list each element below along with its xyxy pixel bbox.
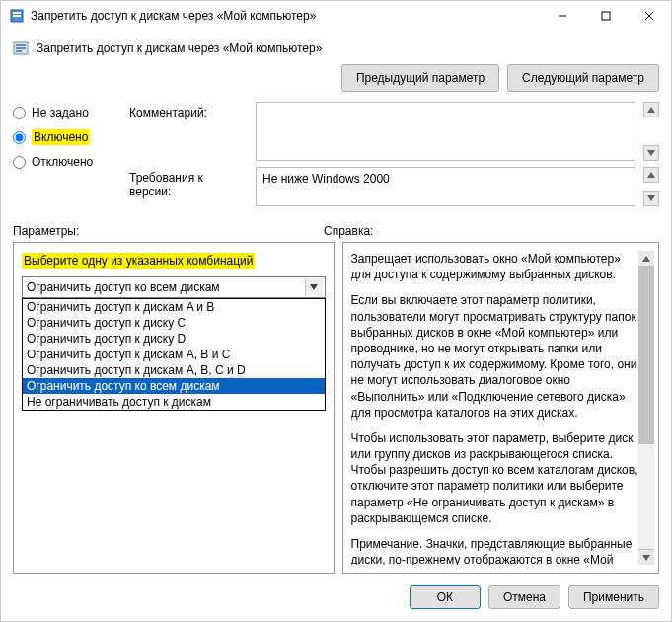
svg-rect-2 (13, 15, 21, 17)
comment-textarea[interactable] (256, 102, 635, 161)
titlebar: Запретить доступ к дискам через «Мой ком… (1, 1, 671, 31)
config-grid: Не задано Включено Отключено Комментарий… (1, 102, 671, 212)
close-button[interactable] (628, 1, 671, 31)
supported-label: Требования к версии: (129, 167, 248, 198)
svg-marker-11 (647, 107, 655, 113)
dialog-footer: ОК Отмена Применить (1, 574, 671, 621)
svg-rect-8 (16, 44, 26, 46)
help-paragraph: Чтобы использовать этот параметр, выбери… (351, 430, 639, 526)
radio-disabled[interactable]: Отключено (13, 155, 121, 169)
svg-marker-12 (647, 150, 655, 156)
dropdown-item[interactable]: Ограничить доступ к дискам A и B (23, 299, 325, 315)
help-scrollbar[interactable] (638, 251, 654, 565)
radio-not-configured-input[interactable] (13, 107, 26, 119)
radio-not-configured-label: Не задано (32, 106, 89, 119)
combo-label: Выберите одну из указанных комбинаций (22, 253, 255, 269)
radio-not-configured[interactable]: Не задано (13, 106, 121, 119)
help-paragraph: Если вы включаете этот параметр политики… (351, 292, 639, 421)
svg-marker-14 (647, 195, 655, 201)
combo-selected-value: Ограничить доступ ко всем дискам (27, 280, 220, 294)
window-title: Запретить доступ к дискам через «Мой ком… (31, 9, 541, 23)
previous-setting-button[interactable]: Предыдущий параметр (341, 64, 499, 92)
section-labels: Параметры: Справка: (1, 212, 671, 242)
scroll-up-icon[interactable] (643, 102, 659, 117)
help-paragraph: Запрещает использовать окно «Мой компьют… (351, 251, 639, 282)
svg-rect-4 (602, 12, 610, 20)
svg-rect-10 (16, 50, 22, 52)
svg-rect-9 (16, 47, 26, 49)
panels: Выберите одну из указанных комбинаций Ог… (1, 242, 671, 574)
radio-enabled-input[interactable] (13, 131, 26, 144)
cancel-button[interactable]: Отмена (488, 585, 560, 609)
radio-disabled-label: Отключено (32, 155, 93, 169)
scroll-up-icon[interactable] (643, 167, 659, 183)
drive-restriction-dropdown[interactable]: Ограничить доступ к дискам A и BОграничи… (22, 298, 326, 411)
maximize-button[interactable] (584, 1, 628, 31)
nav-row: Предыдущий параметр Следующий параметр (1, 64, 671, 102)
options-panel: Выберите одну из указанных комбинаций Ог… (13, 242, 335, 574)
state-radio-group: Не задано Включено Отключено (13, 102, 121, 169)
scrollbar-thumb[interactable] (638, 267, 654, 444)
help-label: Справка: (324, 224, 373, 238)
drive-restriction-combo[interactable]: Ограничить доступ ко всем дискам (22, 276, 326, 298)
options-label: Параметры: (13, 224, 324, 238)
app-icon (9, 8, 25, 24)
window-controls (541, 1, 671, 31)
policy-header: Запретить доступ к дискам через «Мой ком… (1, 31, 671, 64)
scroll-down-icon[interactable] (638, 549, 654, 565)
ok-button[interactable]: ОК (410, 585, 481, 609)
help-panel: Запрещает использовать окно «Мой компьют… (342, 242, 660, 574)
svg-marker-17 (642, 555, 650, 561)
scroll-up-icon[interactable] (638, 251, 654, 267)
apply-button[interactable]: Применить (568, 585, 659, 609)
help-text: Запрещает использовать окно «Мой компьют… (351, 251, 639, 565)
next-setting-button[interactable]: Следующий параметр (507, 64, 659, 92)
policy-editor-window: Запретить доступ к дискам через «Мой ком… (0, 0, 672, 622)
chevron-down-icon (305, 278, 323, 296)
radio-disabled-input[interactable] (13, 156, 26, 169)
svg-marker-13 (647, 172, 655, 178)
radio-enabled-label: Включено (32, 129, 90, 145)
policy-icon (13, 40, 29, 56)
scroll-down-icon[interactable] (643, 191, 659, 206)
svg-marker-16 (642, 256, 650, 262)
policy-title: Запретить доступ к дискам через «Мой ком… (37, 41, 659, 55)
scroll-down-icon[interactable] (643, 145, 659, 161)
comment-label: Комментарий: (129, 102, 248, 119)
radio-enabled[interactable]: Включено (13, 129, 121, 145)
supported-on-box: Не ниже Windows 2000 (256, 167, 635, 206)
comment-scroll (643, 102, 659, 161)
svg-marker-15 (310, 284, 318, 290)
dropdown-item[interactable]: Ограничить доступ к дискам A, B, C и D (23, 362, 325, 378)
scrollbar-track[interactable] (638, 444, 654, 549)
dropdown-item[interactable]: Ограничить доступ к диску C (23, 315, 325, 331)
dropdown-item[interactable]: Ограничить доступ ко всем дискам (23, 378, 325, 394)
help-paragraph: Примечание. Значки, представляющие выбра… (351, 536, 639, 565)
dropdown-item[interactable]: Не ограничивать доступ к дискам (23, 394, 325, 410)
dropdown-item[interactable]: Ограничить доступ к диску D (23, 331, 325, 347)
supported-on-text: Не ниже Windows 2000 (262, 172, 390, 186)
dropdown-item[interactable]: Ограничить доступ к дискам A, B и C (23, 347, 325, 362)
supported-scroll (643, 167, 659, 206)
svg-rect-1 (13, 12, 21, 14)
minimize-button[interactable] (541, 1, 584, 31)
